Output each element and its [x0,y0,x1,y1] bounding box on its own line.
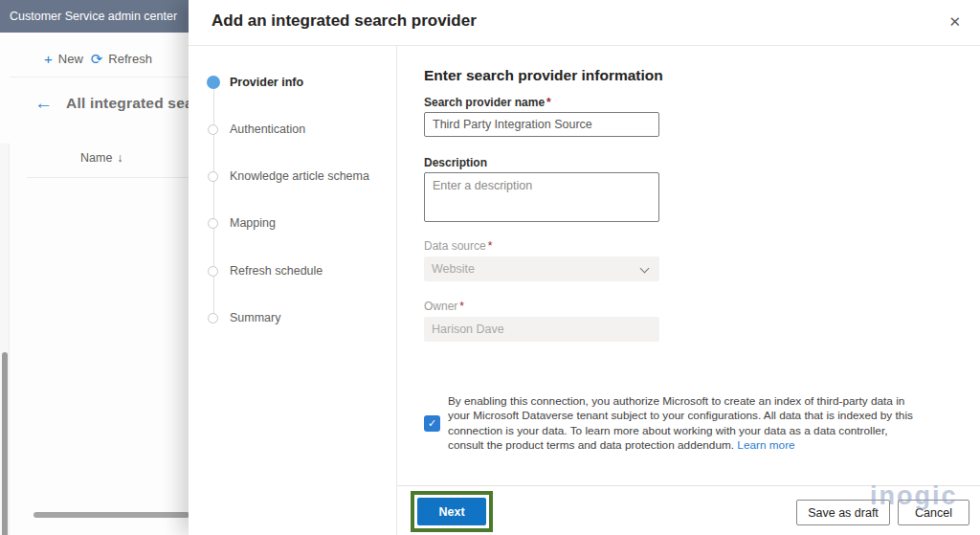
toolbar-divider [10,77,189,78]
step-summary[interactable]: Summary [189,309,396,326]
owner-field[interactable]: Harison Dave [424,317,659,342]
step-dot [208,266,218,277]
dialog-title: Add an integrated search provider [212,11,477,31]
list-toolbar: + New ⟳ Refresh [0,33,189,73]
left-navigation-panel: Customer Service admin center + New ⟳ Re… [0,0,189,535]
new-button[interactable]: + New [44,51,83,67]
back-arrow-icon[interactable]: ← [34,94,53,112]
save-as-draft-button[interactable]: Save as draft [796,500,890,525]
step-refresh-schedule[interactable]: Refresh schedule [189,262,396,279]
horizontal-scrollbar-thumb[interactable] [33,512,189,518]
new-button-label: New [58,52,83,66]
required-asterisk: * [488,239,493,253]
list-page-title: All integrated sear [66,95,189,112]
app-title: Customer Service admin center [10,10,177,23]
data-source-value: Website [432,262,475,276]
next-button-highlight-box: Next [411,491,493,532]
description-textarea[interactable] [424,172,659,222]
column-header-name[interactable]: Name ↓ [80,151,123,165]
consent-row: ✓ By enabling this connection, you autho… [424,394,918,454]
step-authentication[interactable]: Authentication [189,121,396,138]
step-dot [208,218,218,229]
step-knowledge-article-schema[interactable]: Knowledge article schema [189,167,396,185]
add-search-provider-dialog: Add an integrated search provider ✕ Prov… [189,0,980,535]
wizard-stepper: Provider info Authentication Knowledge a… [189,45,397,535]
consent-checkbox[interactable]: ✓ [424,415,440,432]
data-source-label: Data source* [424,239,492,253]
app-title-bar: Customer Service admin center [0,0,189,33]
owner-label: Owner* [424,300,464,313]
plus-icon: + [44,51,53,67]
consent-text: By enabling this connection, you authori… [448,394,918,454]
form-heading: Enter search provider information [424,67,663,84]
next-button[interactable]: Next [417,498,486,525]
close-icon[interactable]: ✕ [948,13,961,31]
step-dot [208,171,218,182]
refresh-button[interactable]: ⟳ Refresh [91,51,152,68]
chevron-down-icon [640,264,650,274]
required-asterisk: * [459,300,464,313]
sort-down-icon: ↓ [117,151,122,165]
list-title-row: ← All integrated sear [34,94,189,112]
refresh-icon: ⟳ [91,51,103,68]
data-source-dropdown[interactable]: Website [424,256,659,281]
step-mapping[interactable]: Mapping [189,214,396,232]
search-provider-name-label: Search provider name* [424,96,551,109]
owner-value: Harison Dave [432,323,504,336]
step-dot [208,313,218,323]
learn-more-link[interactable]: Learn more [737,438,794,452]
checkmark-icon: ✓ [428,417,436,429]
cancel-button[interactable]: Cancel [898,500,969,525]
stepper-connector-line [213,82,214,318]
step-dot-active [207,76,220,89]
vertical-scrollbar-thumb[interactable] [2,352,8,535]
refresh-button-label: Refresh [108,52,152,66]
description-label: Description [424,156,487,169]
required-asterisk: * [546,96,551,109]
step-provider-info[interactable]: Provider info [189,74,396,91]
search-provider-name-input[interactable] [424,112,659,137]
footer-divider [397,485,980,486]
vertical-scrollbar-track[interactable] [0,144,10,535]
table-header-divider [27,177,189,178]
step-dot [208,124,218,135]
